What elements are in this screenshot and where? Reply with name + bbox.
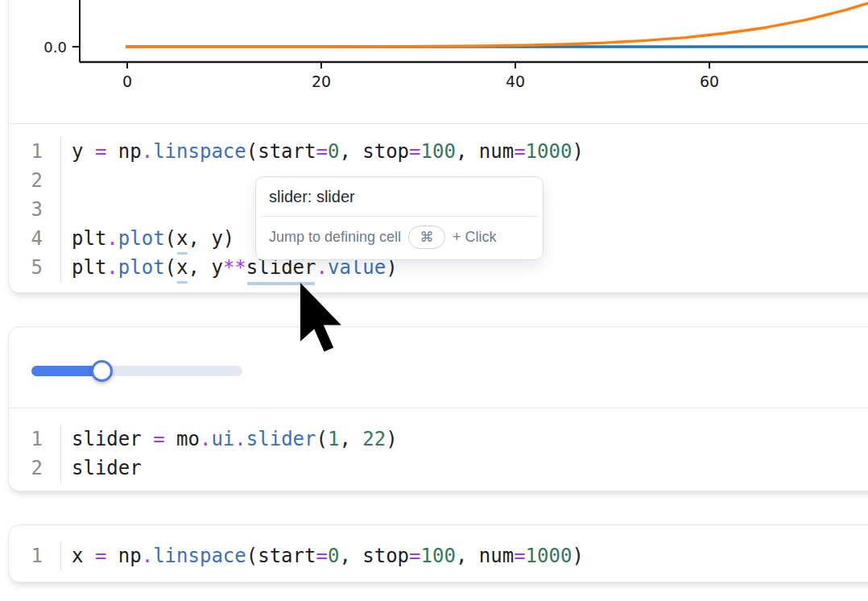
code-token: 1 xyxy=(328,428,339,450)
jump-action-label: Jump to defining cell xyxy=(269,229,401,246)
code-token: ) xyxy=(386,428,397,450)
code-token: , y) xyxy=(188,227,235,250)
code-editor[interactable]: 1 x = np.linspace(start=0, stop=100, num… xyxy=(9,525,868,582)
line-number: 1 xyxy=(9,425,60,454)
code-token: ( xyxy=(165,256,176,279)
code-token: slider xyxy=(72,457,142,479)
code-token[interactable]: x xyxy=(176,253,188,282)
code-token: = xyxy=(316,545,327,567)
y-tick-labels: 0.0 xyxy=(43,39,67,56)
code-token: = xyxy=(95,140,106,163)
code-token: 0 xyxy=(328,140,339,163)
code-token: plot xyxy=(118,227,165,250)
code-line[interactable]: slider xyxy=(72,454,398,483)
slider-widget[interactable] xyxy=(31,366,242,376)
code-token: = xyxy=(514,545,525,567)
cell-x-definition: 1 x = np.linspace(start=0, stop=100, num… xyxy=(8,524,868,582)
code-token: , num xyxy=(456,140,514,163)
code-token: linspace xyxy=(153,140,246,163)
series-orange-curve xyxy=(126,0,868,47)
mouse-cursor-icon xyxy=(300,283,342,354)
code-token: (start xyxy=(246,140,316,163)
line-number: 1 xyxy=(9,541,60,570)
svg-text:0: 0 xyxy=(122,73,132,90)
svg-text:0.0: 0.0 xyxy=(43,39,67,56)
line-number-gutter: 12 xyxy=(9,425,61,483)
code-token: , stop xyxy=(339,545,409,567)
code-token: . xyxy=(142,545,153,567)
matplotlib-output: 0.0 0204060 xyxy=(9,0,868,123)
tooltip-title: slider: slider xyxy=(256,177,543,216)
code-line[interactable]: slider = mo.ui.slider(1, 22) xyxy=(72,425,398,454)
line-number-gutter: 1 xyxy=(9,541,61,570)
code-lines: slider = mo.ui.slider(1, 22)slider xyxy=(61,425,398,483)
code-token: np xyxy=(106,140,141,163)
code-token: plot xyxy=(118,256,165,279)
slider-output xyxy=(9,327,868,408)
code-token: plt xyxy=(72,227,106,250)
line-number: 1 xyxy=(9,137,60,166)
code-token: ui xyxy=(211,428,234,450)
code-token: , y xyxy=(188,256,223,279)
slider-thumb[interactable] xyxy=(91,360,113,382)
line-chart: 0.0 0204060 xyxy=(9,0,868,123)
code-token: 0 xyxy=(328,545,339,567)
line-number: 4 xyxy=(9,224,60,253)
svg-text:40: 40 xyxy=(506,73,525,90)
click-hint-label: + Click xyxy=(453,229,497,246)
code-token: 100 xyxy=(421,140,456,163)
code-token: , stop xyxy=(339,140,409,163)
line-number: 3 xyxy=(9,195,60,224)
code-token: . xyxy=(200,428,211,450)
marimo-notebook: { "app": {"kind": "marimo reactive noteb… xyxy=(0,0,868,601)
code-token: y xyxy=(72,140,83,163)
variable-tooltip: slider: slider Jump to defining cell ⌘ +… xyxy=(255,176,544,260)
code-token: ** xyxy=(223,256,246,279)
code-token: ) xyxy=(572,545,583,567)
code-token: 1000 xyxy=(526,140,572,163)
code-token: = xyxy=(514,140,525,163)
code-token: ( xyxy=(316,428,327,450)
code-token: x xyxy=(72,545,83,567)
code-token: ( xyxy=(165,227,176,250)
code-token: np xyxy=(106,545,141,567)
command-icon: ⌘ xyxy=(420,229,434,246)
svg-text:20: 20 xyxy=(312,73,331,90)
code-token: plt xyxy=(72,256,106,279)
code-token: 100 xyxy=(421,545,456,567)
code-token: . xyxy=(106,227,118,250)
svg-text:60: 60 xyxy=(700,73,719,90)
code-token: = xyxy=(316,140,327,163)
code-token: ) xyxy=(572,140,583,163)
code-token: = xyxy=(153,428,164,450)
code-token: , xyxy=(339,428,362,450)
code-token: slider xyxy=(72,428,142,450)
code-token: slider xyxy=(246,428,316,450)
code-token: = xyxy=(95,545,106,567)
code-line[interactable]: y = np.linspace(start=0, stop=100, num=1… xyxy=(72,137,584,166)
code-token: 1000 xyxy=(526,545,572,567)
code-token: = xyxy=(409,545,420,567)
code-token: . xyxy=(234,428,246,450)
code-token xyxy=(83,545,94,567)
jump-to-defining-cell-action[interactable]: Jump to defining cell ⌘ + Click xyxy=(256,217,543,259)
line-number-gutter: 12345 xyxy=(9,137,61,282)
code-token: mo xyxy=(165,428,200,450)
code-token: linspace xyxy=(153,545,246,567)
line-number: 2 xyxy=(9,454,60,483)
code-token: (start xyxy=(246,545,316,567)
line-number: 5 xyxy=(9,253,60,282)
code-token xyxy=(142,428,153,450)
code-token: . xyxy=(142,140,153,163)
code-line[interactable]: x = np.linspace(start=0, stop=100, num=1… xyxy=(72,541,584,570)
code-lines: x = np.linspace(start=0, stop=100, num=1… xyxy=(61,541,584,570)
code-token: = xyxy=(409,140,420,163)
code-token: 22 xyxy=(362,428,386,450)
code-token xyxy=(83,140,94,163)
line-number: 2 xyxy=(9,166,60,195)
code-token: , num xyxy=(456,545,514,567)
code-token[interactable]: x xyxy=(176,224,188,253)
code-editor[interactable]: 12 slider = mo.ui.slider(1, 22)slider xyxy=(9,408,868,492)
code-token: . xyxy=(106,256,118,279)
cmd-key-badge: ⌘ xyxy=(408,226,445,249)
